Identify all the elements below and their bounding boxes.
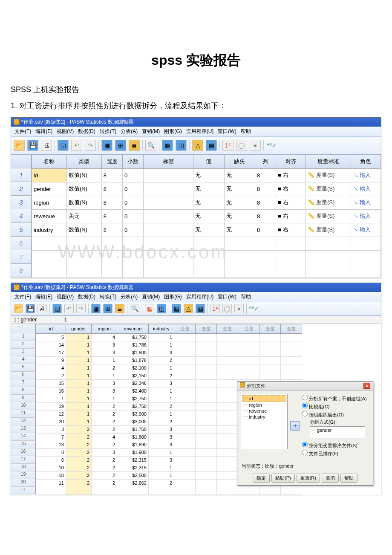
goto-case-icon[interactable]: ▦ (101, 140, 112, 151)
data-row[interactable]: 911$1,8762 (36, 356, 302, 364)
groups-based-on-list[interactable]: gender (310, 426, 365, 439)
print-icon[interactable]: 🖨 (37, 304, 47, 313)
row-header[interactable]: 6 (11, 237, 32, 250)
weight-icon[interactable]: ▦ (172, 304, 181, 313)
row-header[interactable]: 3 (11, 196, 32, 209)
insert-case-icon[interactable]: ▦ (162, 140, 173, 151)
menu-item[interactable]: 分析(A) (119, 127, 139, 136)
vars-icon[interactable]: ≣ (115, 304, 124, 313)
use-sets-icon[interactable]: ◯ (236, 140, 247, 151)
spellcheck-icon[interactable]: ᴬᴮ✓ (266, 140, 277, 151)
ok-button[interactable]: 确定 (253, 474, 270, 483)
menu-item[interactable]: 帮助 (239, 293, 253, 301)
column-header[interactable]: 类型 (66, 155, 101, 168)
row-header[interactable]: 7 (11, 250, 32, 264)
split-icon[interactable]: ◫ (176, 140, 187, 151)
column-header-empty[interactable]: 变量 (217, 324, 238, 333)
goto-var-icon[interactable]: ⊞ (103, 304, 112, 313)
undo-icon[interactable]: ↶ (71, 140, 82, 151)
save-icon[interactable]: 💾 (26, 304, 35, 313)
row-header[interactable]: 3 (11, 349, 36, 356)
row-header[interactable]: 19 (11, 471, 36, 479)
data-row[interactable]: 514$1,7501 (36, 333, 302, 341)
column-header[interactable]: 缺失 (224, 155, 255, 168)
row-header[interactable]: 4 (11, 356, 36, 364)
row-header[interactable]: 10 (11, 402, 36, 410)
row-header[interactable]: 2 (11, 182, 32, 196)
column-header-empty[interactable]: 变量 (196, 324, 217, 333)
row-header[interactable]: 5 (11, 364, 36, 372)
recall-icon[interactable]: ◱ (58, 140, 69, 151)
save-icon[interactable]: 💾 (27, 140, 38, 151)
open-icon[interactable]: 📂 (14, 140, 25, 151)
close-icon[interactable]: ✕ (363, 383, 370, 389)
opt-analyze-all[interactable]: 分析所有个案，不创建组(A) (302, 395, 369, 402)
print-icon[interactable]: 🖨 (41, 140, 52, 151)
open-icon[interactable]: 📂 (14, 304, 23, 313)
variable-row[interactable]: region数值(N)80无无8■ 右度量(S)输入 (32, 196, 381, 209)
redo-icon[interactable]: ↷ (85, 140, 96, 151)
row-header[interactable]: 4 (11, 209, 32, 223)
variable-row[interactable]: gender数值(N)80无无8■ 右度量(S)输入 (32, 182, 381, 196)
menu-item[interactable]: 实用程序(U) (184, 293, 216, 301)
row-header[interactable]: 11 (11, 410, 36, 418)
menu-item[interactable]: 直销(M) (140, 127, 161, 136)
sets-icon[interactable]: ● (234, 304, 244, 313)
value-labels-icon[interactable]: 1⁴ (222, 140, 233, 151)
select2-icon[interactable]: ▦ (196, 304, 205, 313)
row-header[interactable]: 2 (11, 341, 36, 349)
column-header-empty[interactable]: 变量 (238, 324, 259, 333)
column-header[interactable]: 度量标准 (306, 155, 351, 168)
dialog-var-item[interactable]: industry (242, 414, 286, 420)
opt-compare-groups[interactable]: 比较组(C) (302, 403, 369, 410)
dialog-var-item[interactable]: region (242, 402, 286, 408)
vars-icon[interactable]: ≣ (129, 140, 140, 151)
row-header[interactable]: 6 (11, 372, 36, 379)
value-labels-icon[interactable]: 1⁴ (210, 304, 220, 313)
opt-file-sorted[interactable]: 文件已排序(F) (302, 450, 369, 457)
goto-var-icon[interactable]: ⊞ (115, 140, 126, 151)
redo-icon[interactable]: ↷ (76, 304, 86, 313)
menu-item[interactable]: 分析(A) (119, 293, 139, 301)
weight-icon[interactable]: △ (192, 140, 203, 151)
reset-button[interactable]: 重置(R) (297, 474, 320, 483)
row-header[interactable]: 1 (11, 333, 36, 341)
cancel-button[interactable]: 取消 (322, 474, 339, 483)
row-header[interactable]: 20 (11, 479, 36, 487)
menu-item[interactable]: 数据(D) (76, 293, 97, 301)
menu-item[interactable]: 实用程序(U) (184, 127, 216, 136)
column-header[interactable]: 列 (255, 155, 276, 168)
column-header[interactable]: rewenue (117, 324, 149, 333)
row-header[interactable]: 14 (11, 433, 36, 441)
column-header[interactable]: 宽度 (101, 155, 122, 168)
menu-item[interactable]: 视图(V) (55, 293, 75, 301)
column-header[interactable]: 值 (193, 155, 225, 168)
opt-sort-file[interactable]: 按分组变量排序文件(S) (302, 442, 369, 449)
menu-item[interactable]: 编辑(E) (34, 127, 54, 136)
column-header[interactable]: 小数 (122, 155, 143, 168)
menu-item[interactable]: 转换(T) (98, 293, 118, 301)
row-header[interactable]: 12 (11, 418, 36, 425)
variable-row[interactable]: industry数值(N)80无无8■ 右度量(S)输入 (32, 223, 381, 237)
menu-item[interactable]: 图形(G) (162, 293, 183, 301)
dialog-var-item[interactable]: id (242, 395, 286, 402)
row-header[interactable]: 16 (11, 448, 36, 456)
column-header[interactable]: 对齐 (276, 155, 306, 168)
column-header[interactable]: gender (66, 324, 92, 333)
menu-item[interactable]: 文件(F) (13, 293, 33, 301)
row-header[interactable]: 7 (11, 379, 36, 387)
column-header-empty[interactable]: 变量 (259, 324, 281, 333)
row-header[interactable]: 5 (11, 223, 32, 237)
sets-icon[interactable]: ● (250, 140, 261, 151)
select-icon[interactable]: ▦ (206, 140, 217, 151)
row-header[interactable]: 9 (11, 395, 36, 402)
insert-case-icon[interactable]: ▦ (145, 304, 154, 313)
row-header[interactable]: 1 (11, 168, 32, 182)
column-header[interactable]: 角色 (351, 155, 380, 168)
row-header[interactable]: 15 (11, 441, 36, 448)
column-header[interactable]: region (92, 324, 117, 333)
column-header-empty[interactable]: 变量 (281, 324, 302, 333)
paste-button[interactable]: 粘贴(P) (271, 474, 295, 483)
find-icon[interactable]: 🔍 (130, 304, 139, 313)
row-header[interactable]: 13 (11, 425, 36, 433)
